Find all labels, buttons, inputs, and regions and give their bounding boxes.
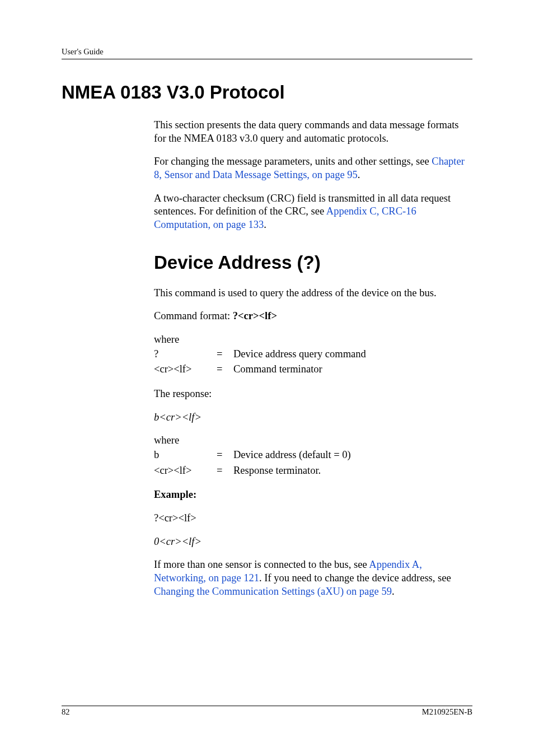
intro-p3-tail: . bbox=[264, 219, 266, 230]
response-line: b<cr><lf> bbox=[154, 411, 472, 424]
where1-eq: = bbox=[217, 347, 233, 362]
intro-block: This section presents the data query com… bbox=[154, 119, 472, 232]
heading-device-address: Device Address (?) bbox=[154, 252, 472, 273]
where4-val: Response terminator. bbox=[233, 463, 351, 479]
footer-rule bbox=[62, 706, 472, 706]
where1-key: ? bbox=[154, 347, 217, 362]
where3-eq: = bbox=[217, 447, 233, 463]
device-p1: This command is used to query the addres… bbox=[154, 287, 472, 300]
response-label: The response: bbox=[154, 388, 472, 401]
where-label-1: where bbox=[154, 333, 472, 347]
where-label-2: where bbox=[154, 434, 472, 447]
example-output: 0<cr><lf> bbox=[154, 535, 472, 549]
where-table-2: b = Device address (default = 0) <cr><lf… bbox=[154, 447, 351, 478]
command-format: Command format: ?<cr><lf> bbox=[154, 310, 472, 323]
intro-p2: For changing the message parameters, uni… bbox=[154, 155, 472, 181]
page-number: 82 bbox=[62, 707, 70, 717]
intro-p2-lead: For changing the message parameters, uni… bbox=[154, 156, 432, 167]
link-changing-comm-settings[interactable]: Changing the Communication Settings (aXU… bbox=[154, 586, 392, 597]
device-block: This command is used to query the addres… bbox=[154, 287, 472, 599]
table-row: ? = Device address query command bbox=[154, 347, 366, 362]
where2-val: Command terminator bbox=[233, 362, 366, 377]
intro-p2-tail: . bbox=[358, 169, 360, 180]
intro-p3: A two-character checksum (CRC) field is … bbox=[154, 192, 472, 232]
command-format-lead: Command format: bbox=[154, 310, 233, 321]
header-rule bbox=[62, 59, 472, 59]
where4-eq: = bbox=[217, 463, 233, 479]
example-label: Example: bbox=[154, 488, 472, 502]
page-footer: 82 M210925EN-B bbox=[0, 706, 534, 717]
where2-key: <cr><lf> bbox=[154, 362, 217, 377]
closing-para: If more than one sensor is connected to … bbox=[154, 558, 472, 598]
intro-p1: This section presents the data query com… bbox=[154, 119, 472, 145]
command-format-value: ?<cr><lf> bbox=[233, 310, 277, 321]
closing-c: . bbox=[392, 586, 395, 597]
table-row: <cr><lf> = Command terminator bbox=[154, 362, 366, 377]
where1-val: Device address query command bbox=[233, 347, 366, 362]
table-row: <cr><lf> = Response terminator. bbox=[154, 463, 351, 479]
where4-key: <cr><lf> bbox=[154, 463, 217, 479]
where2-eq: = bbox=[217, 362, 233, 377]
where3-val: Device address (default = 0) bbox=[233, 447, 351, 463]
where3-key: b bbox=[154, 447, 217, 463]
closing-a: If more than one sensor is connected to … bbox=[154, 559, 369, 570]
where-table-1: ? = Device address query command <cr><lf… bbox=[154, 347, 366, 377]
closing-b: . If you need to change the device addre… bbox=[259, 572, 451, 584]
heading-nmea-protocol: NMEA 0183 V3.0 Protocol bbox=[62, 82, 472, 103]
document-id: M210925EN-B bbox=[422, 707, 472, 717]
table-row: b = Device address (default = 0) bbox=[154, 447, 351, 463]
example-input: ?<cr><lf> bbox=[154, 512, 472, 525]
running-header: User's Guide bbox=[62, 47, 472, 57]
